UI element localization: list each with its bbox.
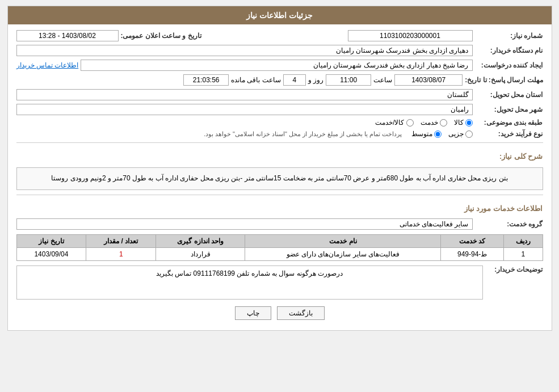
content-area: شماره نیاز: 1103100203000001 تاریخ و ساع… [8, 24, 552, 330]
col-header-code: کد خدمت [441, 234, 504, 247]
deadline-time: 11:00 [326, 74, 371, 86]
service-group-value: سایر فعالیت‌های خدماتی [16, 218, 473, 230]
process-label-motavasset: متوسط [411, 130, 432, 138]
separator-1 [16, 142, 543, 143]
deadline-days-label: روز و [308, 76, 323, 84]
buyer-notes-wrapper: توضیحات خریدار: درصورت هرگونه سوال به شم… [16, 265, 543, 300]
cell-unit: قرارداد [156, 247, 245, 260]
cell-count: 1 [86, 247, 156, 260]
public-announce-value: 1403/08/02 - 13:28 [16, 30, 119, 41]
row-services-title: اطلاعات خدمات مورد نیاز [16, 200, 543, 215]
deadline-remaining: 21:03:56 [183, 74, 229, 86]
page-container: جزئیات اطلاعات نیاز شماره نیاز: 11031002… [7, 6, 552, 331]
buyer-org-value: دهیاری ازداری بخش فندرسک شهرستان رامیان [16, 45, 473, 56]
category-radio-khedmat[interactable] [440, 119, 447, 127]
row-province: استان محل تحویل: گلستان [16, 89, 543, 100]
row-category: طبقه بندی موضوعی: کالا خدمت کالا/خدمت [16, 119, 543, 127]
table-row: 1 ط-94-949 فعالیت‌های سایر سازمان‌های دا… [16, 247, 543, 260]
requester-label: ایجاد کننده درخواست: [475, 61, 543, 69]
deadline-days: 4 [283, 74, 306, 86]
deadline-date: 1403/08/07 [394, 74, 463, 86]
process-radio-motavasset[interactable] [434, 130, 442, 138]
city-label: شهر محل تحویل: [475, 106, 543, 113]
category-label-khedmat: خدمت [421, 119, 438, 127]
process-label: نوع فرآیند خرید: [475, 130, 543, 138]
table-body: 1 ط-94-949 فعالیت‌های سایر سازمان‌های دا… [16, 247, 543, 260]
deadline-time-label: ساعت [373, 76, 392, 84]
cell-name: فعالیت‌های سایر سازمان‌های دارای عضو [245, 247, 441, 260]
col-header-count: تعداد / مقدار [86, 234, 156, 247]
back-button[interactable]: بازگشت [277, 306, 325, 320]
category-option-kala: کالا [454, 119, 473, 127]
process-option-jozi: جزیی [448, 130, 473, 138]
cell-date: 1403/09/04 [16, 247, 86, 260]
services-table: ردیف کد خدمت نام خدمت واحد اندازه گیری ت… [16, 234, 543, 261]
table-header: ردیف کد خدمت نام خدمت واحد اندازه گیری ت… [16, 234, 543, 247]
col-header-row: ردیف [503, 234, 543, 247]
page-title: جزئیات اطلاعات نیاز [246, 11, 313, 20]
need-description-box: بتن ریزی محل حفاری اداره آب به طول 680مت… [16, 167, 543, 190]
separator-2 [16, 195, 543, 195]
deadline-label: مهلت ارسال پاسخ: تا تاریخ: [465, 76, 543, 84]
row-deadline: مهلت ارسال پاسخ: تا تاریخ: 1403/08/07 سا… [16, 74, 543, 86]
row-city: شهر محل تحویل: رامیان [16, 104, 543, 115]
buyer-notes-label: توضیحات خریدار: [486, 265, 543, 273]
cell-row: 1 [503, 247, 543, 260]
row-process: نوع فرآیند خرید: جزیی متوسط پرداخت تمام … [16, 130, 543, 138]
process-note: پرداخت تمام یا بخشی از مبلغ خریدار از مح… [204, 130, 402, 138]
requester-value: رضا شیخ دهیار ازداری بخش فندرسک شهرستان … [81, 60, 472, 71]
row-description: شرح کلی نیاز: [16, 147, 543, 163]
services-label: اطلاعات خدمات مورد نیاز [464, 204, 543, 213]
row-need-number: شماره نیاز: 1103100203000001 تاریخ و ساع… [16, 30, 543, 41]
buyer-notes-value: درصورت هرگونه سوال به شماره تلفن 0911176… [16, 265, 483, 300]
col-header-date: تاریخ نیاز [16, 234, 86, 247]
buyer-notes-text: درصورت هرگونه سوال به شماره تلفن 0911176… [156, 269, 343, 277]
col-header-name: نام خدمت [245, 234, 441, 247]
print-button[interactable]: چاپ [235, 306, 271, 320]
category-label: طبقه بندی موضوعی: [475, 119, 543, 127]
buyer-org-label: نام دستگاه خریدار: [475, 47, 543, 54]
public-announce-label: تاریخ و ساعت اعلان عمومی: [121, 32, 201, 40]
process-option-motavasset: متوسط [411, 130, 442, 138]
deadline-remaining-label: ساعت باقی مانده [231, 76, 281, 84]
process-options: جزیی متوسط [411, 130, 473, 138]
need-number-value: 1103100203000001 [348, 30, 473, 41]
category-radio-both[interactable] [406, 119, 414, 127]
contact-link[interactable]: اطلاعات تماس خریدار [16, 61, 79, 69]
row-service-group: گروه خدمت: سایر فعالیت‌های خدماتی [16, 218, 543, 230]
table-header-row: ردیف کد خدمت نام خدمت واحد اندازه گیری ت… [16, 234, 543, 247]
row-requester: ایجاد کننده درخواست: رضا شیخ دهیار ازدار… [16, 60, 543, 71]
category-label-both: کالا/خدمت [375, 119, 404, 127]
province-label: استان محل تحویل: [475, 91, 543, 99]
col-header-unit: واحد اندازه گیری [156, 234, 245, 247]
process-radio-jozi[interactable] [465, 130, 473, 138]
need-number-label: شماره نیاز: [475, 32, 543, 40]
page-header: جزئیات اطلاعات نیاز [8, 6, 552, 24]
category-option-both: کالا/خدمت [375, 119, 413, 127]
category-option-khedmat: خدمت [421, 119, 447, 127]
province-value: گلستان [16, 89, 473, 100]
service-group-label: گروه خدمت: [475, 220, 543, 228]
row-buyer-org: نام دستگاه خریدار: دهیاری ازداری بخش فند… [16, 45, 543, 56]
category-options: کالا خدمت کالا/خدمت [375, 119, 472, 127]
process-label-jozi: جزیی [448, 130, 464, 138]
city-value: رامیان [16, 104, 473, 115]
footer-buttons: بازگشت چاپ [16, 306, 543, 320]
need-description-text: بتن ریزی محل حفاری اداره آب به طول 680مت… [51, 174, 508, 182]
need-description-label: شرح کلی نیاز: [499, 152, 543, 161]
cell-code: ط-94-949 [441, 247, 504, 260]
category-label-kala: کالا [454, 119, 464, 127]
category-radio-kala[interactable] [465, 119, 473, 127]
